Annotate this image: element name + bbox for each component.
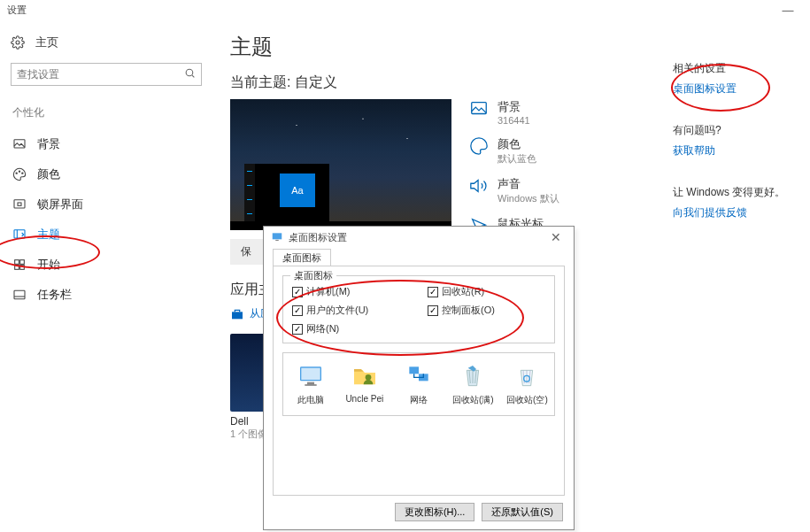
right-pane: 相关的设置 桌面图标设置 有问题吗? 获取帮助 让 Windows 变得更好。 … [673, 20, 810, 531]
prop-value: 316441 [498, 115, 530, 126]
theme-preview[interactable]: Aa [230, 99, 451, 230]
check-recycle[interactable]: ✓回收站(R) [428, 285, 545, 298]
fieldset-legend: 桌面图标 [290, 269, 336, 282]
nav-section: 个性化 [5, 102, 207, 129]
prop-sound[interactable]: 声音 Windows 默认 [469, 176, 559, 205]
check-label: 计算机(M) [306, 285, 351, 298]
svg-rect-15 [232, 312, 243, 319]
question-label: 有问题吗? [673, 123, 803, 138]
icon-label: 此电脑 [297, 394, 324, 406]
desktop-icon-settings-link[interactable]: 桌面图标设置 [673, 81, 803, 96]
svg-point-0 [16, 41, 19, 44]
sound-icon [469, 176, 489, 196]
svg-rect-12 [20, 266, 25, 270]
icon-network[interactable]: 网络 [397, 362, 440, 406]
check-label: 回收站(R) [442, 285, 484, 298]
prop-title: 背景 [498, 99, 530, 115]
nav-taskbar[interactable]: 任务栏 [5, 280, 207, 310]
left-nav: 主页 个性化 背景 颜色 锁屏界面 主题 开始 [0, 20, 212, 531]
search-input[interactable] [17, 68, 184, 81]
nav-start[interactable]: 开始 [5, 250, 207, 280]
icon-label: Uncle Pei [345, 394, 383, 404]
icon-recycle-empty[interactable]: 回收站(空) [505, 362, 549, 406]
check-userfiles[interactable]: ✓用户的文件(U) [292, 304, 410, 317]
svg-rect-2 [14, 140, 25, 148]
nav-label: 任务栏 [37, 287, 72, 303]
dialog-title: 桌面图标设置 [289, 231, 347, 244]
svg-rect-10 [20, 260, 25, 265]
prop-color[interactable]: 颜色 默认蓝色 [469, 136, 559, 166]
svg-rect-13 [14, 290, 25, 298]
check-label: 网络(N) [306, 322, 339, 335]
svg-rect-16 [273, 233, 282, 239]
home-nav[interactable]: 主页 [5, 29, 207, 63]
svg-rect-14 [472, 103, 487, 114]
start-icon [12, 258, 27, 272]
nav-label: 颜色 [37, 166, 60, 182]
nav-label: 锁屏界面 [37, 197, 83, 212]
svg-point-5 [22, 173, 23, 173]
nav-theme[interactable]: 主题 [5, 220, 207, 250]
title-bar: 设置 — [0, 0, 810, 20]
svg-rect-17 [275, 240, 279, 241]
folder-user-icon [351, 362, 379, 390]
save-label-partial: 保 [241, 245, 251, 258]
nav-label: 背景 [37, 136, 60, 152]
svg-point-22 [365, 374, 371, 381]
palette-icon [469, 136, 489, 156]
svg-rect-7 [18, 203, 21, 205]
dialog-tab-desktop-icons[interactable]: 桌面图标 [273, 249, 331, 266]
check-network[interactable]: ✓网络(N) [292, 322, 410, 335]
icon-preview-list: 此电脑 Uncle Pei 网络 回收站(满) 回收站(空) [282, 352, 555, 416]
icon-user-files[interactable]: Uncle Pei [343, 362, 386, 406]
taskbar-icon [12, 288, 27, 302]
window-title: 设置 [7, 4, 27, 17]
search-icon [184, 67, 196, 81]
desktop-icon-settings-dialog: 桌面图标设置 ✕ 桌面图标 桌面图标 ✓计算机(M) ✓回收站(R) ✓用户的文… [263, 226, 575, 530]
svg-point-4 [19, 171, 19, 172]
icon-label: 回收站(满) [452, 394, 494, 406]
search-box[interactable] [11, 63, 202, 86]
subheading: 当前主题: 自定义 [230, 73, 655, 92]
svg-rect-6 [14, 200, 25, 208]
restore-defaults-button[interactable]: 还原默认值(S) [482, 503, 563, 521]
check-controlpanel[interactable]: ✓控制面板(O) [428, 304, 545, 317]
prop-title: 颜色 [498, 136, 536, 152]
page-heading: 主题 [230, 33, 655, 61]
svg-rect-21 [305, 384, 316, 385]
prop-background[interactable]: 背景 316441 [469, 99, 559, 126]
related-settings-label: 相关的设置 [673, 61, 803, 76]
home-label: 主页 [35, 35, 58, 50]
icon-this-pc[interactable]: 此电脑 [289, 362, 332, 406]
svg-rect-9 [15, 260, 19, 265]
feedback-link[interactable]: 向我们提供反馈 [673, 205, 803, 220]
svg-rect-23 [409, 366, 419, 374]
svg-rect-20 [307, 382, 314, 385]
dialog-titlebar[interactable]: 桌面图标设置 ✕ [264, 227, 574, 248]
nav-color[interactable]: 颜色 [5, 159, 207, 189]
prop-value: Windows 默认 [498, 192, 559, 205]
make-better-label: 让 Windows 变得更好。 [673, 185, 803, 200]
get-help-link[interactable]: 获取帮助 [673, 143, 803, 158]
picture-icon [469, 99, 489, 119]
nav-background[interactable]: 背景 [5, 129, 207, 159]
recycle-empty-icon [513, 362, 541, 390]
icon-label: 网络 [410, 394, 428, 406]
minimize-button[interactable]: — [773, 4, 803, 17]
close-icon[interactable]: ✕ [545, 230, 567, 244]
icon-recycle-full[interactable]: 回收站(满) [451, 362, 495, 406]
computer-icon [297, 362, 325, 390]
recycle-full-icon [459, 362, 487, 390]
prop-value: 默认蓝色 [498, 152, 536, 166]
change-icon-button[interactable]: 更改图标(H)... [395, 503, 474, 521]
svg-point-3 [16, 173, 17, 173]
preview-tile: Aa [280, 173, 315, 207]
picture-icon [12, 137, 27, 151]
svg-rect-19 [301, 368, 320, 380]
check-computer[interactable]: ✓计算机(M) [292, 285, 410, 298]
theme-icon [12, 227, 27, 242]
check-label: 控制面板(O) [442, 304, 495, 317]
nav-lockscreen[interactable]: 锁屏界面 [5, 189, 207, 220]
palette-icon [12, 167, 27, 181]
svg-rect-11 [15, 266, 19, 270]
